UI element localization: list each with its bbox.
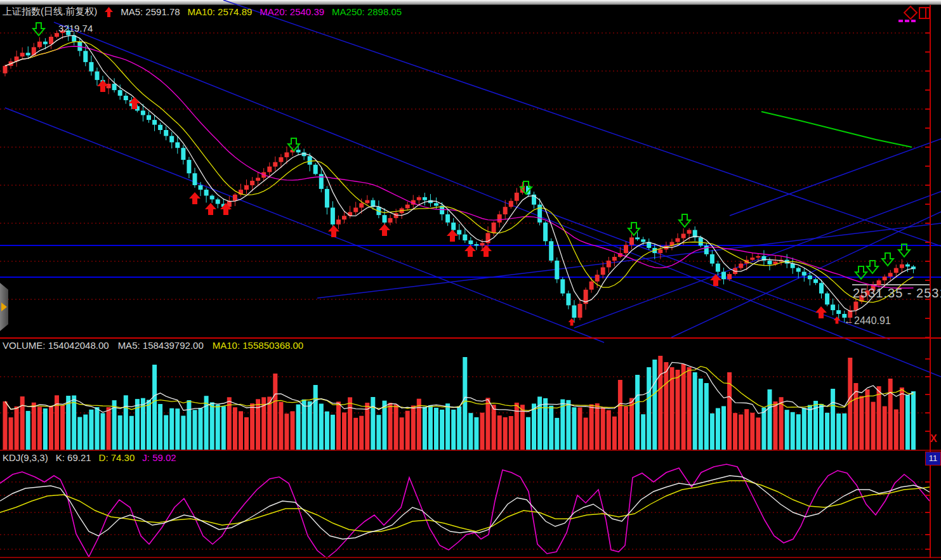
menu-dashes-icon[interactable] <box>898 20 916 22</box>
main-header: 上证指数(日线.前复权) MA5: 2591.78 MA10: 2574.89 … <box>3 6 402 18</box>
kdj-name: KDJ(9,3,3) <box>3 452 48 463</box>
volume-ma10-value: MA10: 155850368.00 <box>213 340 303 351</box>
ma10-value: MA10: 2574.89 <box>188 6 253 17</box>
volume-bars <box>3 356 916 450</box>
ma250-line <box>761 112 912 147</box>
side-panel-handle[interactable] <box>0 283 8 331</box>
ma250-value: MA250: 2898.05 <box>332 6 402 17</box>
kdj-j-value: J: 59.02 <box>142 452 176 463</box>
kdj-header: KDJ(9,3,3) K: 69.21 D: 74.30 J: 59.02 <box>3 452 176 463</box>
volume-header: VOLUME: 154042048.00 MA5: 158439792.00 M… <box>3 340 303 351</box>
page-indicator[interactable]: 11 <box>925 452 941 466</box>
right-axis <box>925 5 930 558</box>
kdj-k-value: K: 69.21 <box>56 452 91 463</box>
volume-ma5-value: MA5: 158439792.00 <box>118 340 204 351</box>
blue-trendlines <box>5 0 941 377</box>
expand-arrow-icon <box>1 303 7 311</box>
chart-window: 上证指数(日线.前复权) MA5: 2591.78 MA10: 2574.89 … <box>0 0 941 560</box>
kdj-d-value: D: 74.30 <box>99 452 135 463</box>
current-price-label: 2531.35 - 2531 <box>853 286 941 301</box>
up-arrow-icon <box>105 7 113 17</box>
kdj-lines <box>0 464 930 558</box>
candles <box>3 25 916 323</box>
price-ma-lines <box>5 36 914 311</box>
split-line <box>925 8 926 18</box>
ma5-value: MA5: 2591.78 <box>121 6 180 17</box>
pane-close-indicator[interactable]: X <box>930 433 937 445</box>
buy-signal-arrows <box>97 80 840 325</box>
split-window-icon[interactable] <box>919 7 930 19</box>
low-price-label: ←2440.91 <box>844 315 891 327</box>
peak-price-label: 3219.74 <box>58 23 93 34</box>
volume-value: VOLUME: 154042048.00 <box>3 340 109 351</box>
ma20-value: MA20: 2540.39 <box>260 6 324 17</box>
chart-canvas[interactable] <box>0 0 941 560</box>
symbol-title: 上证指数(日线.前复权) <box>3 6 97 18</box>
